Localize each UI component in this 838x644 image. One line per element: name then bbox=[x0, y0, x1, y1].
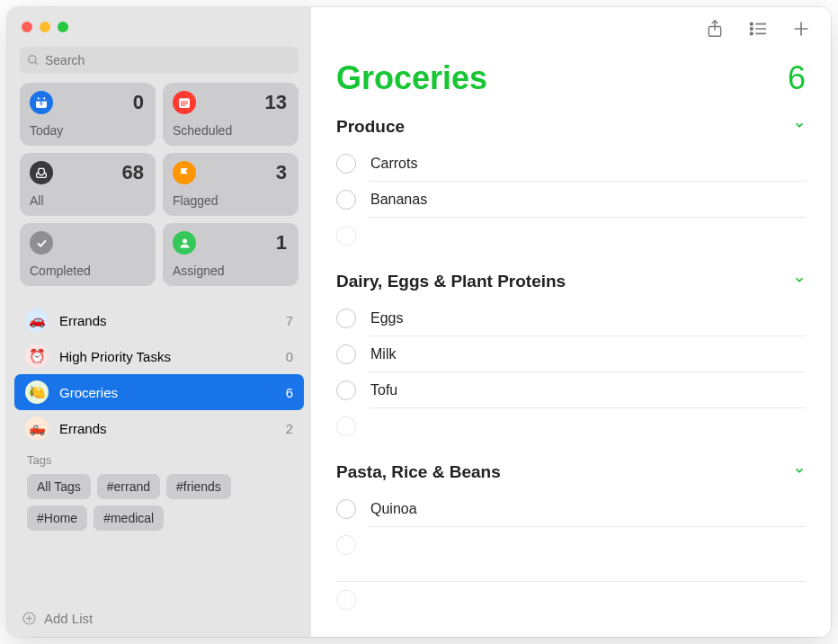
list-errands-2[interactable]: 🛻 Errands 2 bbox=[14, 410, 304, 446]
add-reminder-button[interactable] bbox=[791, 19, 811, 39]
reminder-text: Tofu bbox=[370, 382, 397, 398]
calendar-lines-icon bbox=[173, 91, 196, 114]
reminder-item[interactable]: Tofu bbox=[336, 372, 806, 408]
search-input-container[interactable] bbox=[20, 47, 299, 74]
reminder-empty-bottom[interactable] bbox=[336, 581, 806, 617]
reminder-empty[interactable] bbox=[336, 527, 806, 563]
reminder-text: Bananas bbox=[370, 192, 427, 208]
list-content: Groceries 6 Produce Carrots bbox=[311, 50, 831, 637]
list-icon: 🍋 bbox=[25, 380, 49, 404]
smart-flagged[interactable]: 3 Flagged bbox=[163, 153, 299, 216]
list-header: Groceries 6 bbox=[336, 59, 806, 97]
svg-point-11 bbox=[183, 238, 187, 243]
smart-assigned-label: Assigned bbox=[173, 264, 287, 278]
add-list-label: Add List bbox=[44, 611, 93, 626]
share-button[interactable] bbox=[705, 19, 725, 39]
list-count: 7 bbox=[286, 313, 293, 328]
complete-circle[interactable] bbox=[336, 190, 356, 210]
calendar-icon: 6 bbox=[30, 91, 53, 114]
list-name: Errands bbox=[59, 313, 275, 328]
reminder-item[interactable]: Quinoa bbox=[336, 491, 806, 527]
smart-scheduled[interactable]: 13 Scheduled bbox=[163, 83, 299, 146]
add-list-button[interactable]: Add List bbox=[7, 600, 311, 637]
list-groceries[interactable]: 🍋 Groceries 6 bbox=[14, 374, 304, 410]
complete-circle[interactable] bbox=[336, 154, 356, 174]
list-name: Groceries bbox=[59, 385, 275, 400]
smart-completed-label: Completed bbox=[30, 264, 144, 278]
tag-all[interactable]: All Tags bbox=[27, 474, 91, 499]
complete-circle-empty[interactable] bbox=[336, 226, 356, 246]
svg-point-0 bbox=[29, 56, 36, 63]
smart-flagged-label: Flagged bbox=[173, 193, 287, 208]
tag-home[interactable]: #Home bbox=[27, 505, 87, 531]
close-window-button[interactable] bbox=[22, 22, 32, 32]
reminder-item[interactable]: Bananas bbox=[336, 182, 806, 218]
tag-friends[interactable]: #friends bbox=[166, 474, 231, 499]
svg-rect-4 bbox=[38, 97, 39, 100]
svg-point-20 bbox=[750, 32, 753, 35]
list-name: Errands bbox=[59, 421, 275, 436]
minimize-window-button[interactable] bbox=[40, 22, 50, 32]
view-options-button[interactable] bbox=[748, 19, 768, 39]
list-errands-1[interactable]: 🚗 Errands 7 bbox=[14, 302, 304, 338]
tray-icon bbox=[30, 161, 53, 184]
search-input[interactable] bbox=[45, 53, 291, 67]
fullscreen-window-button[interactable] bbox=[58, 22, 68, 32]
reminder-empty[interactable] bbox=[336, 218, 806, 254]
plus-circle-icon bbox=[22, 611, 37, 626]
svg-rect-9 bbox=[181, 103, 188, 104]
svg-line-1 bbox=[35, 62, 38, 65]
list-title: Groceries bbox=[336, 59, 487, 97]
share-icon bbox=[706, 19, 724, 39]
section-title: Dairy, Eggs & Plant Proteins bbox=[336, 272, 566, 291]
section-pasta: Pasta, Rice & Beans Quinoa bbox=[336, 462, 806, 563]
app-window: 6 0 Today 13 Scheduled bbox=[7, 7, 831, 637]
reminder-item[interactable]: Milk bbox=[336, 336, 806, 372]
reminder-item[interactable]: Carrots bbox=[336, 146, 806, 182]
complete-circle[interactable] bbox=[336, 380, 356, 400]
list-count: 6 bbox=[286, 385, 293, 400]
list-count: 0 bbox=[286, 349, 293, 364]
sidebar: 6 0 Today 13 Scheduled bbox=[7, 7, 311, 637]
tag-errand[interactable]: #errand bbox=[97, 474, 160, 499]
chevron-down-icon bbox=[793, 273, 806, 286]
toolbar bbox=[311, 7, 831, 50]
complete-circle[interactable] bbox=[336, 309, 356, 328]
section-collapse-button[interactable] bbox=[793, 464, 806, 480]
smart-today-count: 0 bbox=[133, 91, 144, 114]
svg-point-16 bbox=[750, 22, 753, 25]
chevron-down-icon bbox=[793, 119, 806, 131]
section-produce: Produce Carrots Bananas bbox=[336, 117, 806, 254]
reminder-item[interactable]: Eggs bbox=[336, 300, 806, 336]
flag-icon bbox=[173, 161, 196, 184]
complete-circle-empty[interactable] bbox=[336, 590, 356, 610]
svg-rect-10 bbox=[181, 105, 185, 106]
reminder-text: Carrots bbox=[370, 156, 417, 172]
list-count: 2 bbox=[286, 421, 293, 436]
smart-all[interactable]: 68 All bbox=[20, 153, 156, 216]
chevron-down-icon bbox=[793, 464, 806, 477]
list-high-priority[interactable]: ⏰ High Priority Tasks 0 bbox=[14, 338, 304, 374]
complete-circle[interactable] bbox=[336, 499, 356, 519]
complete-circle-empty[interactable] bbox=[336, 535, 356, 555]
check-icon bbox=[30, 231, 53, 255]
complete-circle[interactable] bbox=[336, 344, 356, 364]
smart-completed[interactable]: Completed bbox=[20, 223, 156, 286]
tags-title: Tags bbox=[27, 453, 291, 467]
tag-medical[interactable]: #medical bbox=[94, 505, 164, 531]
complete-circle-empty[interactable] bbox=[336, 416, 356, 436]
section-title: Pasta, Rice & Beans bbox=[336, 462, 501, 482]
smart-today[interactable]: 6 0 Today bbox=[20, 83, 156, 146]
smart-all-count: 68 bbox=[122, 161, 144, 184]
list-icon: ⏰ bbox=[25, 344, 49, 368]
smart-scheduled-label: Scheduled bbox=[173, 123, 287, 138]
smart-assigned[interactable]: 1 Assigned bbox=[163, 223, 299, 286]
reminder-empty[interactable] bbox=[336, 408, 806, 444]
smart-all-label: All bbox=[30, 193, 144, 208]
reminder-text: Eggs bbox=[370, 310, 403, 326]
section-collapse-button[interactable] bbox=[793, 119, 806, 135]
list-name: High Priority Tasks bbox=[59, 349, 275, 364]
person-icon bbox=[173, 231, 196, 255]
section-collapse-button[interactable] bbox=[793, 273, 806, 290]
window-titlebar bbox=[7, 7, 311, 47]
